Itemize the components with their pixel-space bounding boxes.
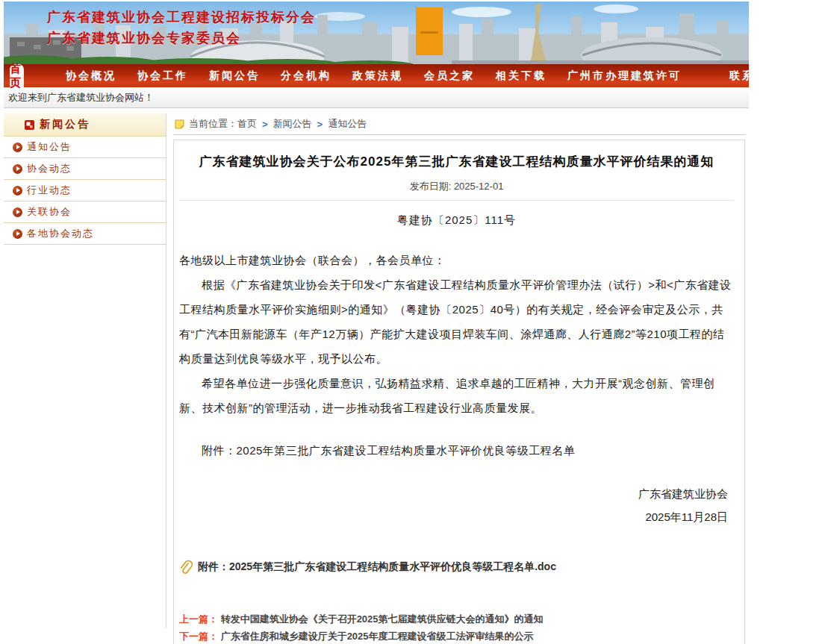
welcome-text: 欢迎来到广东省建筑业协会网站！	[8, 91, 154, 104]
arrow-bullet-icon	[13, 143, 22, 152]
sidebar-title: 新闻公告	[40, 118, 90, 131]
nav-item-member-home[interactable]: 会员之家	[424, 69, 475, 83]
breadcrumb-link-news[interactable]: 新闻公告	[273, 117, 312, 131]
breadcrumb-separator: >	[262, 119, 268, 130]
arrow-bullet-icon	[13, 164, 22, 174]
nav-tab-home[interactable]: 首页	[10, 64, 24, 87]
welcome-bar: 欢迎来到广东省建筑业协会网站！	[4, 87, 749, 108]
banner-title-line1: 广东省建筑业协会工程建设招标投标分会	[47, 7, 316, 28]
prev-label: 上一篇：	[179, 613, 218, 625]
signature-date: 2025年11月28日	[179, 505, 728, 528]
page: 广东省建筑业协会工程建设招标投标分会 广东省建筑业协会专家委员会 首页 协会概况…	[0, 1, 749, 644]
publish-date-value: 2025-12-01	[454, 181, 504, 192]
main-nav: 首页 协会概况 协会工作 新闻公告 分会机构 政策法规 会员之家 相关下载 广州…	[4, 64, 749, 87]
nav-item-news-notice[interactable]: 新闻公告	[209, 69, 260, 83]
note-icon	[175, 119, 184, 129]
attachment-row: 附件： 2025年第三批广东省建设工程结构质量水平评价优良等级工程名单.doc	[179, 560, 734, 575]
attachment-link[interactable]: 2025年第三批广东省建设工程结构质量水平评价优良等级工程名单.doc	[229, 560, 556, 574]
next-article-row: 下一篇： 广东省住房和城乡建设厅关于2025年度工程建设省级工法评审结果的公示	[179, 628, 734, 644]
sidebar-item-local-association-news[interactable]: 各地协会动态	[4, 223, 166, 245]
nav-item-association-overview[interactable]: 协会概况	[66, 69, 116, 83]
sidebar-item-related-associations[interactable]: 关联协会	[4, 201, 166, 223]
publish-date-row: 发布日期: 2025-12-01	[179, 180, 734, 201]
arrow-bullet-icon	[13, 207, 22, 217]
arrow-bullet-icon	[13, 229, 22, 239]
nav-item-association-work[interactable]: 协会工作	[137, 69, 188, 83]
prev-article-link[interactable]: 转发中国建筑业协会《关于召开2025第七届建筑供应链大会的通知》的通知	[221, 613, 544, 625]
breadcrumb-link-notices[interactable]: 通知公告	[328, 117, 367, 131]
signature-org: 广东省建筑业协会	[179, 482, 728, 505]
article-body: 各地级以上市建筑业协会（联合会），各会员单位： 根据《广东省建筑业协会关于印发<…	[179, 248, 734, 463]
main-column: 当前位置： 首页 > 新闻公告 > 通知公告 广东省建筑业协会关于公布2025年…	[173, 113, 745, 644]
prev-next-nav: 上一篇： 转发中国建筑业协会《关于召开2025第七届建筑供应链大会的通知》的通知…	[179, 610, 734, 644]
paragraph-main: 根据《广东省建筑业协会关于印发<广东省建设工程结构质量水平评价管理办法（试行）>…	[179, 272, 734, 371]
content-area: 新闻公告 通知公告 协会动态 行业动态 关联协会 各地协会动态	[0, 113, 749, 644]
sidebar-item-industry-news[interactable]: 行业动态	[4, 180, 166, 201]
banner-title-line2: 广东省建筑业协会专家委员会	[47, 28, 316, 49]
nav-item-policy-law[interactable]: 政策法规	[352, 69, 403, 83]
breadcrumb: 当前位置： 首页 > 新闻公告 > 通知公告	[173, 113, 745, 135]
paragraph-annex-ref: 附件：2025年第三批广东省建设工程结构质量水平评价优良等级工程名单	[179, 438, 734, 463]
nav-item-branch-org[interactable]: 分会机构	[281, 69, 331, 83]
sidebar-header: 新闻公告	[4, 113, 166, 137]
article: 广东省建筑业协会关于公布2025年第三批广东省建设工程结构质量水平评价结果的通知…	[173, 140, 745, 644]
article-title: 广东省建筑业协会关于公布2025年第三批广东省建设工程结构质量水平评价结果的通知	[179, 153, 734, 170]
paperclip-icon	[179, 560, 194, 575]
arrow-bullet-icon	[13, 186, 22, 196]
prev-article-row: 上一篇： 转发中国建筑业协会《关于召开2025第七届建筑供应链大会的通知》的通知	[179, 610, 734, 628]
sidebar-item-notices[interactable]: 通知公告	[4, 137, 166, 158]
next-label: 下一篇：	[179, 631, 218, 642]
banner-title: 广东省建筑业协会工程建设招标投标分会 广东省建筑业协会专家委员会	[47, 7, 316, 49]
publish-date-label: 发布日期:	[410, 181, 452, 192]
breadcrumb-label: 当前位置：	[189, 117, 237, 131]
attachment-label: 附件：	[198, 560, 229, 574]
paragraph-salutation: 各地级以上市建筑业协会（联合会），各会员单位：	[179, 248, 734, 272]
paragraph-hope: 希望各单位进一步强化质量意识，弘扬精益求精、追求卓越的工匠精神，大力开展“观念创…	[179, 371, 734, 420]
next-article-link[interactable]: 广东省住房和城乡建设厅关于2025年度工程建设省级工法评审结果的公示	[221, 631, 534, 642]
sidebar: 新闻公告 通知公告 协会动态 行业动态 关联协会 各地协会动态	[4, 113, 166, 628]
signature-block: 广东省建筑业协会 2025年11月28日	[179, 482, 734, 528]
sidebar-item-association-news[interactable]: 协会动态	[4, 158, 166, 180]
breadcrumb-separator: >	[317, 119, 323, 130]
news-icon	[25, 120, 34, 130]
breadcrumb-link-home[interactable]: 首页	[237, 117, 257, 131]
nav-item-downloads[interactable]: 相关下载	[496, 69, 547, 83]
nav-item-guangzhou-permit[interactable]: 广州市办理建筑许可	[567, 69, 682, 83]
site-banner: 广东省建筑业协会工程建设招标投标分会 广东省建筑业协会专家委员会	[4, 1, 749, 64]
document-number: 粤建协〔2025〕111号	[179, 213, 734, 228]
nav-item-contact-us[interactable]: 联系我们	[729, 69, 780, 83]
